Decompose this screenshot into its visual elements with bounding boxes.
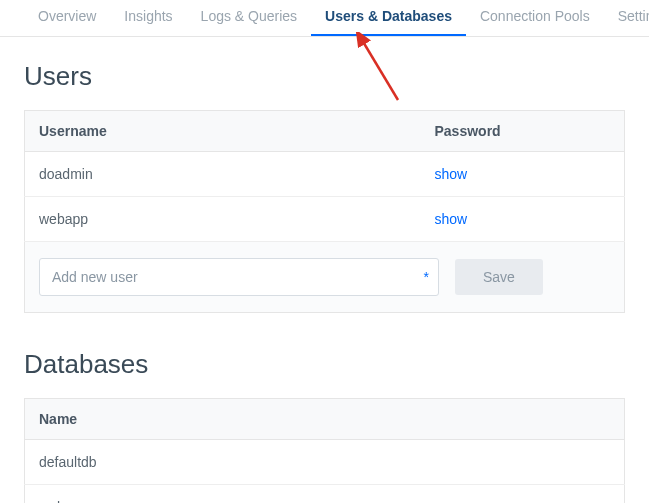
tab-settings[interactable]: Settings — [604, 0, 649, 36]
databases-cell-name: webapp — [25, 485, 625, 504]
tab-overview[interactable]: Overview — [24, 0, 110, 36]
users-col-username: Username — [25, 111, 421, 152]
table-row: webapp — [25, 485, 625, 504]
databases-col-name: Name — [25, 399, 625, 440]
users-title: Users — [24, 61, 625, 92]
table-row: defaultdb — [25, 440, 625, 485]
table-row: doadmin show — [25, 152, 625, 197]
tab-connection-pools[interactable]: Connection Pools — [466, 0, 604, 36]
tab-insights[interactable]: Insights — [110, 0, 186, 36]
users-cell-username: doadmin — [25, 152, 421, 197]
users-table: Username Password doadmin show webapp sh… — [24, 110, 625, 242]
add-user-input[interactable] — [39, 258, 439, 296]
save-button[interactable]: Save — [455, 259, 543, 295]
add-user-form: * Save — [24, 242, 625, 313]
tab-logs[interactable]: Logs & Queries — [187, 0, 312, 36]
table-row: webapp show — [25, 197, 625, 242]
users-col-password: Password — [421, 111, 625, 152]
databases-table: Name defaultdb webapp — [24, 398, 625, 503]
tab-bar: Overview Insights Logs & Queries Users &… — [0, 0, 649, 37]
databases-section: Databases Name defaultdb webapp — [0, 337, 649, 503]
show-password-link[interactable]: show — [435, 166, 468, 182]
show-password-link[interactable]: show — [435, 211, 468, 227]
tab-users-databases[interactable]: Users & Databases — [311, 0, 466, 36]
users-cell-username: webapp — [25, 197, 421, 242]
databases-cell-name: defaultdb — [25, 440, 625, 485]
databases-title: Databases — [24, 349, 625, 380]
users-section: Users Username Password doadmin show web… — [0, 37, 649, 337]
